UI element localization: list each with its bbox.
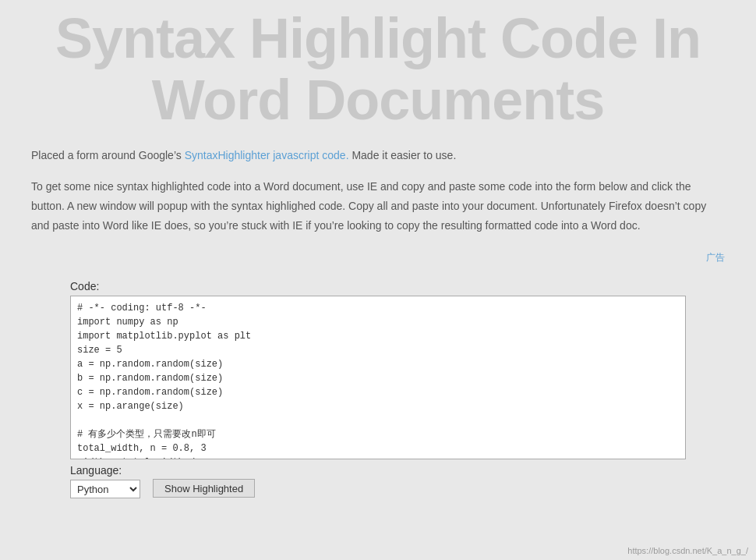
language-section: Language: Python JavaScript Java C++ C# … xyxy=(70,464,140,498)
code-label: Code: xyxy=(70,280,686,292)
language-label: Language: xyxy=(70,464,140,477)
ad-label: 广告 xyxy=(706,252,725,263)
intro-section: Placed a form around Google’s SyntaxHigh… xyxy=(31,147,725,236)
page-title: Syntax Highlight Code In Word Documents xyxy=(31,0,725,147)
form-bottom: Language: Python JavaScript Java C++ C# … xyxy=(70,464,686,498)
ad-section: 广告 xyxy=(31,251,725,264)
syntax-highlighter-link[interactable]: SyntaxHighlighter javascript code. xyxy=(185,149,349,161)
intro-line1: Placed a form around Google’s SyntaxHigh… xyxy=(31,147,725,164)
show-highlighted-button[interactable]: Show Highlighted xyxy=(153,479,255,498)
intro-text-after-link: Made it easier to use. xyxy=(349,149,457,161)
footer-url: https://blog.csdn.net/K_a_n_g_/ xyxy=(627,546,748,555)
intro-text-before-link: Placed a form around Google’s xyxy=(31,149,185,161)
code-textarea[interactable]: # -*- coding: utf-8 -*- import numpy as … xyxy=(70,296,686,459)
language-select[interactable]: Python JavaScript Java C++ C# Ruby PHP C… xyxy=(70,480,140,498)
form-section: Code: # -*- coding: utf-8 -*- import num… xyxy=(70,280,686,498)
intro-description: To get some nice syntax highlighted code… xyxy=(31,177,725,236)
page-wrapper: Syntax Highlight Code In Word Documents … xyxy=(0,0,756,530)
